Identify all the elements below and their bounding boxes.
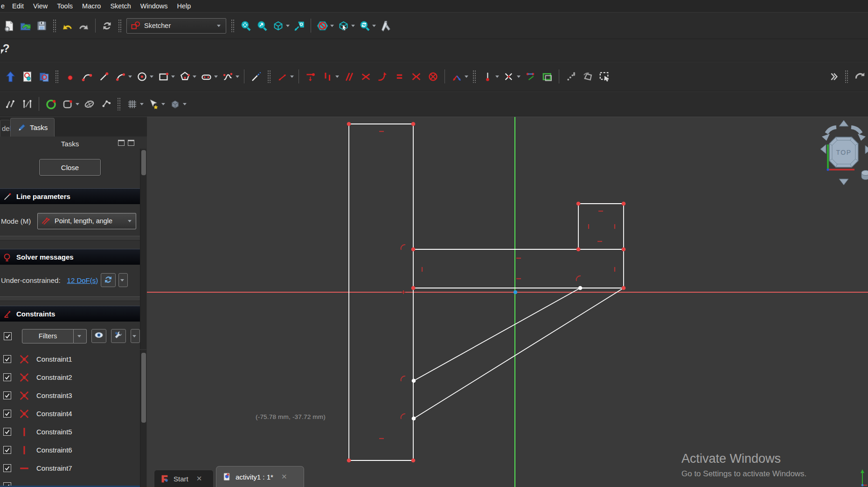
internal-alignment-button[interactable] xyxy=(81,96,97,112)
busy-indicator[interactable] xyxy=(851,68,868,85)
constrain-equal-button[interactable] xyxy=(391,68,408,85)
show-hide-constraints-button[interactable] xyxy=(91,329,106,343)
constraint-row[interactable] xyxy=(0,477,140,486)
go-to-linked-object-button[interactable] xyxy=(291,18,307,34)
constrain-distance-x-button[interactable] xyxy=(302,68,319,85)
3d-view[interactable]: (-75.78 mm, -37.72 mm) Activate Windows … xyxy=(147,117,868,487)
toggle-grid-button[interactable] xyxy=(124,96,140,112)
constraint-row[interactable]: Constraint1 xyxy=(0,350,140,368)
toggle-construction-button[interactable] xyxy=(562,68,579,85)
menu-item-macro[interactable]: Macro xyxy=(77,1,105,11)
box-selection-button[interactable] xyxy=(335,18,352,34)
chevron-down-icon[interactable] xyxy=(140,103,144,105)
new-document-button[interactable] xyxy=(1,18,17,34)
sketcher-clone-button[interactable] xyxy=(97,96,114,112)
chevron-down-icon[interactable] xyxy=(286,25,290,27)
chevron-down-icon[interactable] xyxy=(351,25,355,27)
dimension-button[interactable] xyxy=(274,68,291,85)
tab-start[interactable]: Start ✕ xyxy=(154,470,214,487)
undock-panel-icon[interactable] xyxy=(128,140,134,146)
create-slot-button[interactable] xyxy=(198,68,215,85)
constraint-settings-dropdown[interactable] xyxy=(131,329,140,343)
whats-this-icon[interactable]: ? xyxy=(3,42,10,55)
undo-button[interactable] xyxy=(59,18,76,34)
constrain-vertical-button[interactable] xyxy=(319,68,336,85)
switch-virtual-space-button[interactable] xyxy=(42,96,59,112)
chevron-down-icon[interactable] xyxy=(290,75,294,78)
split-edge-button[interactable] xyxy=(500,68,517,85)
close-start-tab-icon[interactable]: ✕ xyxy=(196,474,202,483)
filters-button[interactable]: Filters xyxy=(22,329,74,343)
constraints-master-checkbox[interactable] xyxy=(4,332,12,340)
tab-tasks[interactable]: Tasks xyxy=(10,118,55,137)
menu-item-sketch[interactable]: Sketch xyxy=(105,1,135,11)
fit-all-button[interactable] xyxy=(237,18,254,34)
render-order-button[interactable] xyxy=(167,96,183,112)
carbon-copy-button[interactable] xyxy=(539,68,556,85)
constraint-checkbox[interactable] xyxy=(3,446,11,454)
float-panel-icon[interactable] xyxy=(118,140,125,146)
menu-item-help[interactable]: Help xyxy=(173,1,196,11)
constraint-checkbox[interactable] xyxy=(3,410,11,418)
axonometric-view-button[interactable] xyxy=(270,18,286,34)
auto-constraints-button[interactable] xyxy=(448,68,465,85)
external-geometry-button[interactable] xyxy=(522,68,539,85)
redo-button[interactable] xyxy=(76,18,92,34)
workbench-selector[interactable]: Sketcher xyxy=(126,18,226,34)
create-point-button[interactable] xyxy=(62,68,78,85)
create-rectangle-button[interactable] xyxy=(155,68,172,85)
extend-geometry-button[interactable] xyxy=(2,96,19,112)
constraint-row[interactable]: Constraint7 xyxy=(0,459,140,477)
solver-messages-header[interactable]: Solver messages xyxy=(0,249,140,265)
refresh-button[interactable] xyxy=(99,18,115,34)
chevron-down-icon[interactable] xyxy=(330,25,334,27)
dof-link[interactable]: 12 DoF(s) xyxy=(67,276,98,284)
chevron-down-icon[interactable] xyxy=(465,75,468,78)
constraints-scrollbar[interactable] xyxy=(140,350,146,487)
panel-scrollbar[interactable] xyxy=(140,149,146,349)
fit-selection-button[interactable] xyxy=(254,18,270,34)
constrain-block-button[interactable] xyxy=(424,68,441,85)
constrain-parallel-button[interactable] xyxy=(340,68,357,85)
chevron-down-icon[interactable] xyxy=(193,75,196,78)
view-section-button[interactable] xyxy=(35,68,52,85)
constraint-checkbox[interactable] xyxy=(3,464,11,472)
filters-dropdown[interactable] xyxy=(74,329,87,343)
chevron-down-icon[interactable] xyxy=(214,75,218,78)
extend-edge-button[interactable] xyxy=(248,68,264,85)
chevron-down-icon[interactable] xyxy=(171,75,175,78)
constraint-checkbox[interactable] xyxy=(3,428,11,436)
menu-item-tools[interactable]: Tools xyxy=(52,1,77,11)
chevron-down-icon[interactable] xyxy=(495,75,499,78)
clipping-plane-button[interactable] xyxy=(314,18,331,34)
close-activity1-tab-icon[interactable]: ✕ xyxy=(281,473,287,481)
solver-refresh-button[interactable] xyxy=(101,273,116,287)
constraints-header[interactable]: Constraints xyxy=(0,306,140,322)
constraint-row[interactable]: Constraint3 xyxy=(0,386,140,405)
constraint-row[interactable]: Constraint2 xyxy=(0,368,140,386)
close-button[interactable]: Close xyxy=(39,159,101,176)
solver-settings-dropdown[interactable] xyxy=(118,273,128,287)
constraint-checkbox[interactable] xyxy=(3,391,11,399)
line-parameters-header[interactable]: Line parameters xyxy=(0,188,140,204)
menu-item-windows[interactable]: Windows xyxy=(136,1,173,11)
measure-button[interactable] xyxy=(377,18,394,34)
sync-view-button[interactable] xyxy=(356,18,373,34)
toolbar-overflow-button[interactable] xyxy=(825,68,842,85)
tab-model[interactable]: del xyxy=(0,120,10,137)
constrain-perpendicular-button[interactable] xyxy=(357,68,374,85)
rotate-left-icon[interactable] xyxy=(826,127,836,133)
constraint-settings-button[interactable] xyxy=(111,329,126,343)
navigation-cube[interactable]: TOP xyxy=(819,119,868,190)
chevron-down-icon[interactable] xyxy=(372,25,376,27)
menu-item-edit[interactable]: Edit xyxy=(7,1,28,11)
menu-item-e[interactable]: e xyxy=(0,1,7,11)
constraint-checkbox[interactable] xyxy=(3,373,11,381)
chevron-down-icon[interactable] xyxy=(517,75,521,78)
chevron-down-icon[interactable] xyxy=(76,103,79,105)
chevron-down-icon[interactable] xyxy=(161,103,165,105)
mode-select[interactable]: Point, length, angle xyxy=(37,213,136,229)
chevron-down-icon[interactable] xyxy=(183,103,187,105)
tilt-down-arrow[interactable] xyxy=(839,179,848,185)
constraint-checkbox[interactable] xyxy=(3,355,11,363)
